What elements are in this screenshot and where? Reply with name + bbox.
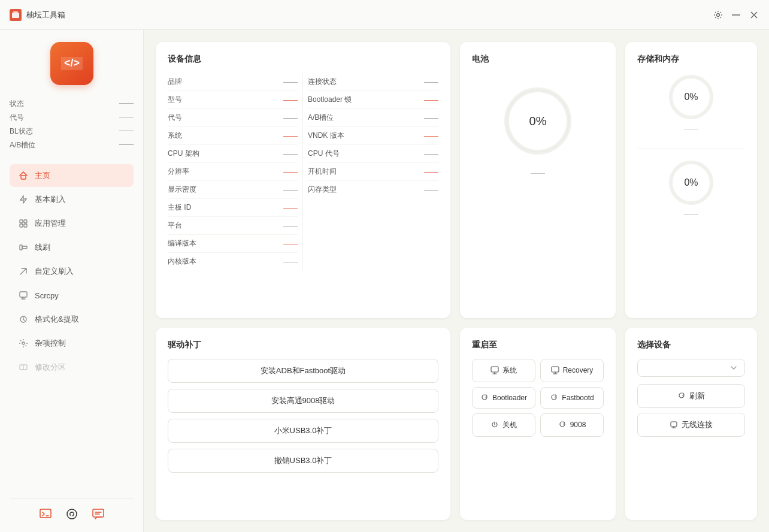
storage-items: 0% —— 0% —— bbox=[637, 73, 745, 225]
recovery-icon bbox=[551, 366, 559, 374]
sidebar-item-apps[interactable]: 应用管理 bbox=[10, 212, 134, 235]
info-flash-value: —— bbox=[424, 186, 438, 194]
xiaomi-usb-button[interactable]: 小米USB3.0补丁 bbox=[168, 419, 438, 443]
sidebar-item-format[interactable]: 格式化&提取 bbox=[10, 308, 134, 331]
svg-rect-0 bbox=[12, 13, 19, 18]
refresh-button[interactable]: 刷新 bbox=[637, 384, 745, 408]
sidebar-item-home[interactable]: 主页 bbox=[10, 164, 134, 187]
partition-icon bbox=[18, 362, 29, 373]
sidebar-item-line[interactable]: 线刷 bbox=[10, 236, 134, 259]
info-model: 型号 —— bbox=[168, 91, 298, 109]
battery-footer: —— bbox=[472, 169, 604, 177]
wireless-icon bbox=[670, 421, 678, 429]
wireless-connect-button[interactable]: 无线连接 bbox=[637, 413, 745, 437]
sidebar-codename-label: 代号 bbox=[10, 113, 24, 123]
titlebar: 柚坛工具箱 bbox=[0, 0, 769, 30]
sidebar: </> 状态 —— 代号 —— BL状态 —— A/B槽位 —— bbox=[0, 30, 144, 532]
battery-gauge-container: 0% bbox=[472, 73, 604, 169]
storage-gauge-0: 0% bbox=[667, 73, 715, 121]
storage-gauge-1: 0% bbox=[667, 159, 715, 207]
fastbootd-icon bbox=[550, 394, 558, 402]
chat-icon[interactable] bbox=[90, 506, 107, 522]
reboot-system-button[interactable]: 系统 bbox=[472, 359, 535, 382]
sidebar-item-custom-label: 自定义刷入 bbox=[35, 266, 74, 277]
wireless-label: 无线连接 bbox=[682, 419, 713, 430]
sidebar-status-label: 状态 bbox=[10, 99, 24, 109]
sidebar-item-flash-label: 基本刷入 bbox=[35, 194, 66, 205]
reboot-bootloader-button[interactable]: Bootloader bbox=[472, 387, 535, 409]
reboot-fastbootd-label: Fastbootd bbox=[562, 394, 594, 402]
logo-box: </> bbox=[50, 42, 93, 85]
settings-button[interactable] bbox=[713, 10, 723, 20]
info-slot-value: —— bbox=[424, 114, 438, 122]
reboot-recovery-button[interactable]: Recovery bbox=[540, 359, 604, 382]
info-conn-status: 连接状态 —— bbox=[308, 73, 438, 91]
sidebar-item-custom[interactable]: 自定义刷入 bbox=[10, 260, 134, 283]
revoke-usb-button[interactable]: 撤销USB3.0补丁 bbox=[168, 449, 438, 473]
reboot-9008-button[interactable]: 9008 bbox=[540, 413, 604, 437]
info-slot: A/B槽位 —— bbox=[308, 109, 438, 127]
chevron-down-icon bbox=[730, 364, 737, 371]
reboot-poweroff-button[interactable]: 关机 bbox=[472, 413, 535, 437]
sidebar-item-line-label: 线刷 bbox=[35, 242, 50, 253]
info-uptime-value: —— bbox=[424, 168, 438, 176]
svg-rect-7 bbox=[21, 176, 26, 179]
close-button[interactable] bbox=[749, 10, 759, 20]
storage-title: 存储和内存 bbox=[637, 54, 745, 65]
driver-card: 驱动补丁 安装ADB和Fastboot驱动 安装高通9008驱动 小米USB3.… bbox=[156, 328, 450, 521]
9008-icon bbox=[558, 421, 567, 429]
device-info-right: 连接状态 —— Bootloader 锁 —— A/B槽位 —— VNDK 版本… bbox=[303, 73, 438, 270]
battery-gauge: 0% bbox=[502, 85, 574, 157]
sidebar-item-format-label: 格式化&提取 bbox=[35, 314, 79, 325]
info-slot-label: A/B槽位 bbox=[308, 113, 334, 123]
sidebar-item-misc[interactable]: 杂项控制 bbox=[10, 332, 134, 355]
sidebar-item-flash[interactable]: 基本刷入 bbox=[10, 188, 134, 211]
sidebar-item-partition[interactable]: 修改分区 bbox=[10, 356, 134, 379]
info-codename-value: —— bbox=[283, 114, 298, 122]
reboot-fastbootd-button[interactable]: Fastbootd bbox=[540, 387, 604, 409]
sidebar-slot-row: A/B槽位 —— bbox=[10, 138, 134, 152]
reboot-poweroff-label: 关机 bbox=[502, 420, 517, 430]
info-os-label: 系统 bbox=[168, 131, 182, 141]
svg-rect-9 bbox=[24, 220, 27, 223]
info-board-label: 主板 ID bbox=[168, 202, 191, 213]
info-cpu-arch: CPU 架构 —— bbox=[168, 145, 298, 163]
info-vndk-value: —— bbox=[424, 132, 438, 140]
device-dropdown[interactable] bbox=[637, 359, 745, 377]
svg-rect-21 bbox=[93, 509, 104, 517]
refresh-icon bbox=[677, 392, 686, 400]
install-adb-button[interactable]: 安装ADB和Fastboot驱动 bbox=[168, 359, 438, 383]
info-density-value: —— bbox=[283, 186, 298, 194]
device-info-card: 设备信息 品牌 —— 型号 —— 代号 —— bbox=[156, 42, 450, 318]
sidebar-slot-value: —— bbox=[119, 140, 134, 150]
storage-sub-1: —— bbox=[684, 210, 698, 219]
info-board-value: —— bbox=[283, 204, 298, 212]
sidebar-status-row: 状态 —— bbox=[10, 97, 134, 111]
sidebar-item-misc-label: 杂项控制 bbox=[35, 338, 66, 349]
storage-divider bbox=[637, 149, 745, 149]
info-kernel-label: 内核版本 bbox=[168, 256, 196, 267]
github-icon[interactable] bbox=[63, 506, 80, 522]
svg-rect-19 bbox=[40, 509, 51, 518]
apps-icon bbox=[18, 218, 29, 229]
sidebar-bl-row: BL状态 —— bbox=[10, 125, 134, 138]
info-cpu-code: CPU 代号 —— bbox=[308, 145, 438, 163]
poweroff-icon bbox=[491, 421, 499, 429]
device-info-grid: 品牌 —— 型号 —— 代号 —— 系统 —— bbox=[168, 73, 438, 270]
info-brand-label: 品牌 bbox=[168, 77, 182, 87]
refresh-label: 刷新 bbox=[689, 391, 705, 401]
info-uptime: 开机时间 —— bbox=[308, 163, 438, 181]
info-model-value: —— bbox=[283, 96, 298, 104]
info-platform: 平台 —— bbox=[168, 217, 298, 235]
minimize-button[interactable] bbox=[731, 10, 741, 20]
sidebar-item-scrcpy-label: Scrcpy bbox=[35, 291, 59, 300]
info-codename: 代号 —— bbox=[168, 109, 298, 127]
battery-percent: 0% bbox=[529, 114, 547, 128]
install-qualcomm-button[interactable]: 安装高通9008驱动 bbox=[168, 389, 438, 413]
info-resolution: 分辨率 —— bbox=[168, 163, 298, 181]
sidebar-item-scrcpy[interactable]: Scrcpy bbox=[10, 284, 134, 307]
reboot-title: 重启至 bbox=[472, 340, 604, 350]
bootloader-icon bbox=[480, 394, 489, 402]
terminal-icon[interactable] bbox=[37, 506, 54, 522]
info-bl-label: Bootloader 锁 bbox=[308, 95, 352, 105]
